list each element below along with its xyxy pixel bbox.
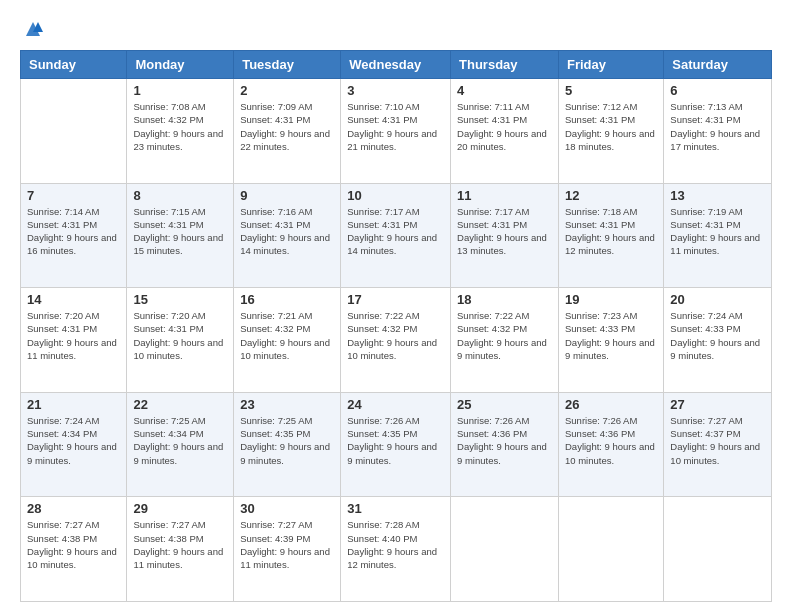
day-info: Sunrise: 7:08 AMSunset: 4:32 PMDaylight:… xyxy=(133,100,227,153)
day-info: Sunrise: 7:14 AMSunset: 4:31 PMDaylight:… xyxy=(27,205,120,258)
calendar-cell: 1Sunrise: 7:08 AMSunset: 4:32 PMDaylight… xyxy=(127,79,234,184)
day-info: Sunrise: 7:13 AMSunset: 4:31 PMDaylight:… xyxy=(670,100,765,153)
day-number: 31 xyxy=(347,501,444,516)
calendar-cell: 19Sunrise: 7:23 AMSunset: 4:33 PMDayligh… xyxy=(558,288,663,393)
day-info: Sunrise: 7:11 AMSunset: 4:31 PMDaylight:… xyxy=(457,100,552,153)
calendar-cell: 14Sunrise: 7:20 AMSunset: 4:31 PMDayligh… xyxy=(21,288,127,393)
day-info: Sunrise: 7:17 AMSunset: 4:31 PMDaylight:… xyxy=(457,205,552,258)
day-info: Sunrise: 7:27 AMSunset: 4:39 PMDaylight:… xyxy=(240,518,334,571)
calendar-cell: 7Sunrise: 7:14 AMSunset: 4:31 PMDaylight… xyxy=(21,183,127,288)
day-number: 2 xyxy=(240,83,334,98)
calendar-cell: 27Sunrise: 7:27 AMSunset: 4:37 PMDayligh… xyxy=(664,392,772,497)
day-number: 28 xyxy=(27,501,120,516)
day-number: 3 xyxy=(347,83,444,98)
calendar-cell: 31Sunrise: 7:28 AMSunset: 4:40 PMDayligh… xyxy=(341,497,451,602)
day-number: 5 xyxy=(565,83,657,98)
calendar-header-row: SundayMondayTuesdayWednesdayThursdayFrid… xyxy=(21,51,772,79)
day-info: Sunrise: 7:15 AMSunset: 4:31 PMDaylight:… xyxy=(133,205,227,258)
calendar-cell: 30Sunrise: 7:27 AMSunset: 4:39 PMDayligh… xyxy=(234,497,341,602)
logo xyxy=(20,18,44,40)
day-number: 26 xyxy=(565,397,657,412)
calendar-cell: 25Sunrise: 7:26 AMSunset: 4:36 PMDayligh… xyxy=(451,392,559,497)
day-info: Sunrise: 7:10 AMSunset: 4:31 PMDaylight:… xyxy=(347,100,444,153)
day-info: Sunrise: 7:25 AMSunset: 4:34 PMDaylight:… xyxy=(133,414,227,467)
calendar-cell: 12Sunrise: 7:18 AMSunset: 4:31 PMDayligh… xyxy=(558,183,663,288)
day-info: Sunrise: 7:26 AMSunset: 4:36 PMDaylight:… xyxy=(457,414,552,467)
day-number: 15 xyxy=(133,292,227,307)
calendar-cell: 16Sunrise: 7:21 AMSunset: 4:32 PMDayligh… xyxy=(234,288,341,393)
day-number: 16 xyxy=(240,292,334,307)
day-info: Sunrise: 7:20 AMSunset: 4:31 PMDaylight:… xyxy=(27,309,120,362)
calendar-cell: 6Sunrise: 7:13 AMSunset: 4:31 PMDaylight… xyxy=(664,79,772,184)
calendar: SundayMondayTuesdayWednesdayThursdayFrid… xyxy=(20,50,772,602)
day-info: Sunrise: 7:09 AMSunset: 4:31 PMDaylight:… xyxy=(240,100,334,153)
day-info: Sunrise: 7:26 AMSunset: 4:35 PMDaylight:… xyxy=(347,414,444,467)
calendar-cell xyxy=(21,79,127,184)
logo-icon xyxy=(22,18,44,40)
calendar-week-row: 1Sunrise: 7:08 AMSunset: 4:32 PMDaylight… xyxy=(21,79,772,184)
day-number: 8 xyxy=(133,188,227,203)
day-info: Sunrise: 7:22 AMSunset: 4:32 PMDaylight:… xyxy=(347,309,444,362)
calendar-cell: 3Sunrise: 7:10 AMSunset: 4:31 PMDaylight… xyxy=(341,79,451,184)
day-number: 12 xyxy=(565,188,657,203)
weekday-header-friday: Friday xyxy=(558,51,663,79)
calendar-cell: 26Sunrise: 7:26 AMSunset: 4:36 PMDayligh… xyxy=(558,392,663,497)
day-number: 10 xyxy=(347,188,444,203)
day-number: 1 xyxy=(133,83,227,98)
day-number: 11 xyxy=(457,188,552,203)
day-info: Sunrise: 7:20 AMSunset: 4:31 PMDaylight:… xyxy=(133,309,227,362)
calendar-cell: 8Sunrise: 7:15 AMSunset: 4:31 PMDaylight… xyxy=(127,183,234,288)
calendar-cell xyxy=(558,497,663,602)
weekday-header-tuesday: Tuesday xyxy=(234,51,341,79)
calendar-cell: 5Sunrise: 7:12 AMSunset: 4:31 PMDaylight… xyxy=(558,79,663,184)
calendar-cell: 28Sunrise: 7:27 AMSunset: 4:38 PMDayligh… xyxy=(21,497,127,602)
header xyxy=(20,18,772,40)
calendar-week-row: 7Sunrise: 7:14 AMSunset: 4:31 PMDaylight… xyxy=(21,183,772,288)
day-number: 18 xyxy=(457,292,552,307)
day-number: 27 xyxy=(670,397,765,412)
calendar-cell: 20Sunrise: 7:24 AMSunset: 4:33 PMDayligh… xyxy=(664,288,772,393)
day-info: Sunrise: 7:18 AMSunset: 4:31 PMDaylight:… xyxy=(565,205,657,258)
calendar-cell: 9Sunrise: 7:16 AMSunset: 4:31 PMDaylight… xyxy=(234,183,341,288)
day-number: 9 xyxy=(240,188,334,203)
calendar-cell: 22Sunrise: 7:25 AMSunset: 4:34 PMDayligh… xyxy=(127,392,234,497)
page: SundayMondayTuesdayWednesdayThursdayFrid… xyxy=(0,0,792,612)
day-info: Sunrise: 7:28 AMSunset: 4:40 PMDaylight:… xyxy=(347,518,444,571)
weekday-header-monday: Monday xyxy=(127,51,234,79)
day-info: Sunrise: 7:19 AMSunset: 4:31 PMDaylight:… xyxy=(670,205,765,258)
calendar-cell xyxy=(664,497,772,602)
day-info: Sunrise: 7:12 AMSunset: 4:31 PMDaylight:… xyxy=(565,100,657,153)
calendar-cell: 29Sunrise: 7:27 AMSunset: 4:38 PMDayligh… xyxy=(127,497,234,602)
day-number: 21 xyxy=(27,397,120,412)
calendar-cell xyxy=(451,497,559,602)
day-number: 13 xyxy=(670,188,765,203)
calendar-cell: 10Sunrise: 7:17 AMSunset: 4:31 PMDayligh… xyxy=(341,183,451,288)
day-number: 20 xyxy=(670,292,765,307)
calendar-week-row: 21Sunrise: 7:24 AMSunset: 4:34 PMDayligh… xyxy=(21,392,772,497)
day-info: Sunrise: 7:21 AMSunset: 4:32 PMDaylight:… xyxy=(240,309,334,362)
calendar-cell: 17Sunrise: 7:22 AMSunset: 4:32 PMDayligh… xyxy=(341,288,451,393)
weekday-header-saturday: Saturday xyxy=(664,51,772,79)
day-number: 22 xyxy=(133,397,227,412)
day-number: 24 xyxy=(347,397,444,412)
day-info: Sunrise: 7:27 AMSunset: 4:38 PMDaylight:… xyxy=(27,518,120,571)
day-info: Sunrise: 7:25 AMSunset: 4:35 PMDaylight:… xyxy=(240,414,334,467)
calendar-week-row: 28Sunrise: 7:27 AMSunset: 4:38 PMDayligh… xyxy=(21,497,772,602)
calendar-cell: 18Sunrise: 7:22 AMSunset: 4:32 PMDayligh… xyxy=(451,288,559,393)
weekday-header-thursday: Thursday xyxy=(451,51,559,79)
day-number: 25 xyxy=(457,397,552,412)
day-info: Sunrise: 7:16 AMSunset: 4:31 PMDaylight:… xyxy=(240,205,334,258)
day-info: Sunrise: 7:23 AMSunset: 4:33 PMDaylight:… xyxy=(565,309,657,362)
day-number: 19 xyxy=(565,292,657,307)
day-info: Sunrise: 7:27 AMSunset: 4:37 PMDaylight:… xyxy=(670,414,765,467)
calendar-cell: 21Sunrise: 7:24 AMSunset: 4:34 PMDayligh… xyxy=(21,392,127,497)
calendar-cell: 23Sunrise: 7:25 AMSunset: 4:35 PMDayligh… xyxy=(234,392,341,497)
day-info: Sunrise: 7:24 AMSunset: 4:34 PMDaylight:… xyxy=(27,414,120,467)
day-number: 4 xyxy=(457,83,552,98)
day-info: Sunrise: 7:27 AMSunset: 4:38 PMDaylight:… xyxy=(133,518,227,571)
day-info: Sunrise: 7:24 AMSunset: 4:33 PMDaylight:… xyxy=(670,309,765,362)
calendar-cell: 2Sunrise: 7:09 AMSunset: 4:31 PMDaylight… xyxy=(234,79,341,184)
calendar-cell: 4Sunrise: 7:11 AMSunset: 4:31 PMDaylight… xyxy=(451,79,559,184)
day-number: 7 xyxy=(27,188,120,203)
day-info: Sunrise: 7:17 AMSunset: 4:31 PMDaylight:… xyxy=(347,205,444,258)
